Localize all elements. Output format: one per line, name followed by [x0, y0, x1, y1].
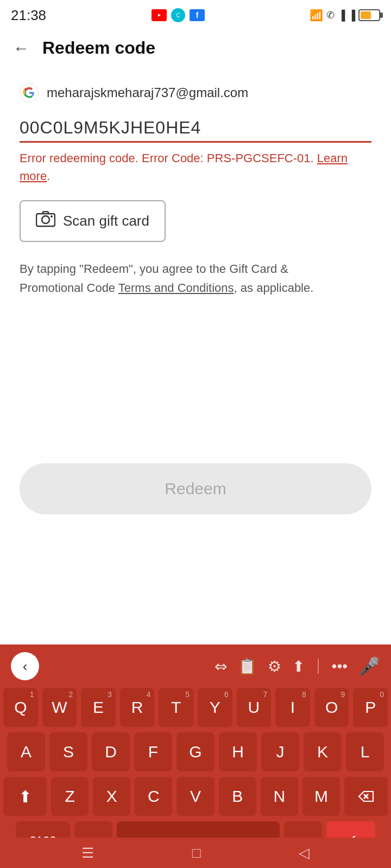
signal-icon: ▐	[338, 10, 345, 21]
key-J[interactable]: J	[261, 732, 299, 771]
key-backspace[interactable]	[344, 777, 388, 816]
key-P[interactable]: 0P	[353, 688, 388, 727]
nav-back-icon[interactable]: ◁	[299, 845, 310, 861]
svg-text:f: f	[195, 11, 198, 20]
youtube-icon	[152, 9, 167, 21]
key-F[interactable]: F	[134, 732, 172, 771]
bottom-nav-bar: ☰ □ ◁	[0, 838, 391, 868]
top-nav: ← Redeem code	[0, 28, 391, 68]
keyboard-row-3: ⬆ Z X C V B N M	[3, 777, 388, 816]
account-row: meharajskmeharaj737@gmail.com	[20, 83, 371, 103]
call-icon: ✆	[326, 9, 335, 21]
key-M[interactable]: M	[302, 777, 340, 816]
account-email: meharajskmeharaj737@gmail.com	[47, 85, 248, 100]
page-title: Redeem code	[42, 38, 155, 58]
key-K[interactable]: K	[304, 732, 342, 771]
keyboard-toolbar-right: ⇔ 📋 ⚙ ⬆ ••• 🎤	[215, 656, 380, 676]
facebook-icon: f	[190, 9, 205, 21]
keyboard-clipboard-btn[interactable]: 📋	[238, 658, 257, 675]
keyboard-more-btn[interactable]: •••	[332, 658, 348, 675]
keyboard-back-icon: ‹	[23, 658, 28, 675]
wifi-icon: 📶	[310, 9, 323, 22]
status-right-icons: 📶 ✆ ▐ ▐	[310, 9, 380, 22]
key-R[interactable]: 4R	[120, 688, 155, 727]
main-content: meharajskmeharaj737@gmail.com Error rede…	[0, 68, 391, 330]
key-W[interactable]: 2W	[42, 688, 77, 727]
key-N[interactable]: N	[261, 777, 298, 816]
key-C[interactable]: C	[135, 777, 172, 816]
keyboard-row-1: 1Q 2W 3E 4R 5T 6Y 7U 8I 9O 0P	[3, 688, 388, 727]
key-V[interactable]: V	[176, 777, 214, 816]
keyboard-rows: 1Q 2W 3E 4R 5T 6Y 7U 8I 9O 0P A S D F G …	[0, 686, 391, 860]
key-B[interactable]: B	[219, 777, 256, 816]
redeem-button[interactable]: Redeem	[20, 463, 371, 514]
svg-point-8	[51, 215, 53, 218]
key-Z[interactable]: Z	[51, 777, 89, 816]
keyboard-back-button[interactable]: ‹	[11, 652, 39, 680]
error-message: Error redeeming code. Error Code: PRS-PG…	[20, 149, 371, 185]
key-Q[interactable]: 1Q	[3, 688, 38, 727]
nav-menu-icon[interactable]: ☰	[81, 845, 94, 861]
status-bar: 21:38 C f 📶 ✆ ▐ ▐	[0, 0, 391, 28]
status-time: 21:38	[11, 7, 46, 24]
toolbar-separator	[318, 659, 319, 674]
nav-home-icon[interactable]: □	[192, 845, 201, 861]
key-D[interactable]: D	[92, 732, 130, 771]
key-X[interactable]: X	[93, 777, 130, 816]
key-U[interactable]: 7U	[237, 688, 272, 727]
key-shift[interactable]: ⬆	[3, 777, 47, 816]
keyboard-settings-btn[interactable]: ⚙	[268, 658, 281, 675]
key-I[interactable]: 8I	[275, 688, 310, 727]
key-A[interactable]: A	[7, 732, 45, 771]
key-H[interactable]: H	[219, 732, 257, 771]
key-E[interactable]: 3E	[81, 688, 116, 727]
signal-icon-2: ▐	[348, 10, 355, 21]
status-app-icons: C f	[152, 8, 205, 22]
google-icon	[20, 83, 39, 103]
terms-text: By tapping "Redeem", you agree to the Gi…	[20, 259, 335, 297]
key-L[interactable]: L	[346, 732, 384, 771]
svg-text:C: C	[176, 12, 180, 18]
keyboard-cursor-btn[interactable]: ⇔	[215, 658, 227, 675]
keyboard-toolbar: ‹ ⇔ 📋 ⚙ ⬆ ••• 🎤	[0, 644, 391, 686]
keyboard: ‹ ⇔ 📋 ⚙ ⬆ ••• 🎤 1Q 2W 3E 4R 5T 6Y 7U 8I …	[0, 644, 391, 868]
scan-gift-card-button[interactable]: Scan gift card	[20, 200, 166, 242]
key-G[interactable]: G	[176, 732, 215, 771]
battery-fill	[361, 11, 371, 19]
battery-icon	[358, 9, 380, 21]
back-button[interactable]: ←	[13, 40, 29, 56]
keyboard-row-2: A S D F G H J K L	[3, 732, 388, 771]
svg-point-7	[42, 216, 49, 224]
scan-button-label: Scan gift card	[63, 213, 149, 229]
keyboard-mic-btn[interactable]: 🎤	[358, 656, 380, 676]
teal-app-icon: C	[171, 8, 185, 22]
key-Y[interactable]: 6Y	[198, 688, 232, 727]
code-input[interactable]	[20, 118, 371, 143]
key-O[interactable]: 9O	[314, 688, 349, 727]
key-T[interactable]: 5T	[159, 688, 193, 727]
keyboard-share-btn[interactable]: ⬆	[292, 658, 305, 675]
key-S[interactable]: S	[49, 732, 87, 771]
terms-link[interactable]: Terms and Conditions	[118, 281, 234, 295]
camera-icon	[36, 211, 55, 231]
redeem-btn-wrapper: Redeem	[20, 463, 371, 514]
code-input-wrapper[interactable]	[20, 118, 371, 143]
